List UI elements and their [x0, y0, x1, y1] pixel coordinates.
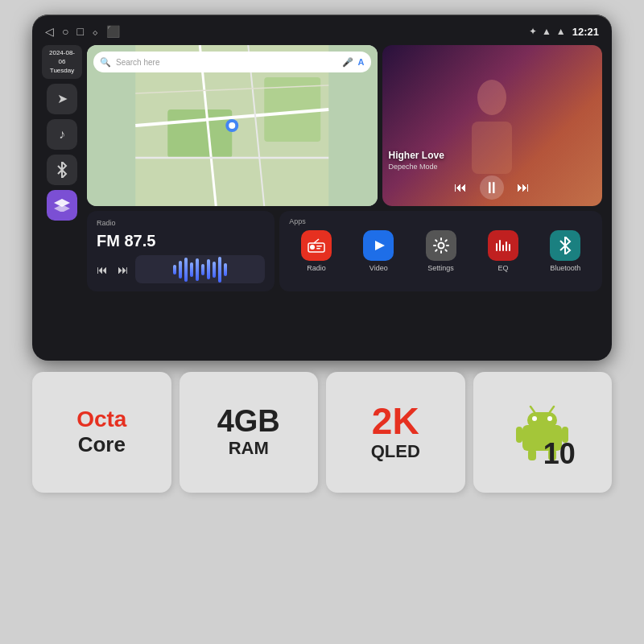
app-eq[interactable]: EQ: [488, 230, 518, 272]
signal-icon: ▲: [556, 26, 566, 37]
app-settings[interactable]: Settings: [426, 230, 456, 272]
music-next[interactable]: ⏭: [517, 180, 530, 195]
spec-4gb-ram: 4GB RAM: [180, 372, 319, 493]
svg-rect-24: [506, 242, 507, 251]
svg-line-31: [550, 407, 554, 412]
spec-qled-sub: QLED: [371, 441, 420, 462]
app-video[interactable]: Video: [363, 230, 394, 272]
music-controls: ⏮ ⏸ ⏭: [389, 175, 597, 200]
svg-rect-34: [528, 449, 536, 460]
screen-content: 🔍 Search here 🎤 A: [87, 45, 602, 353]
music-play[interactable]: ⏸: [480, 175, 504, 200]
svg-rect-23: [502, 245, 504, 251]
main-screen: 2024-08-06 Tuesday ➤ ♪: [42, 45, 602, 353]
app-label-settings: Settings: [427, 264, 454, 272]
back-icon[interactable]: ◁: [45, 25, 54, 38]
date-value: 2024-08-06: [47, 48, 77, 66]
bottom-row: Radio FM 87.5 ⏮ ⏭: [87, 211, 602, 291]
music-prev[interactable]: ⏮: [454, 180, 467, 195]
svg-rect-17: [316, 248, 320, 250]
sidebar: 2024-08-06 Tuesday ➤ ♪: [42, 45, 82, 353]
spec-ram-sub: RAM: [229, 438, 269, 459]
svg-rect-21: [496, 243, 497, 251]
day-name: Tuesday: [47, 66, 77, 75]
app-bluetooth[interactable]: Bluetooth: [550, 230, 580, 272]
spec-qled-main: 2K: [372, 402, 419, 440]
radio-next[interactable]: ⏭: [118, 263, 129, 276]
specs-row: Octa Core 4GB RAM 2K QLED: [32, 372, 612, 493]
status-right: ✦ ▲ ▲ 12:21: [529, 26, 599, 38]
radio-waveform: [135, 255, 265, 283]
svg-point-29: [547, 416, 552, 421]
android-version: 10: [543, 437, 576, 471]
recent-icon[interactable]: □: [76, 25, 83, 38]
usb-icon: ⬦: [92, 25, 98, 38]
spec-android: 10: [473, 372, 613, 493]
map-search-icon: 🔍: [100, 57, 111, 68]
svg-point-15: [310, 245, 315, 250]
top-row: 🔍 Search here 🎤 A: [87, 45, 602, 206]
music-overlay: Higher Love Depeche Mode ⏮ ⏸ ⏭: [389, 150, 597, 200]
app-label-video: Video: [369, 264, 388, 272]
app-icon-video: [363, 230, 394, 261]
head-unit-bezel: ◁ ○ □ ⬦ ⬛ ✦ ▲ ▲ 12:21 2024-0: [32, 14, 612, 361]
radio-controls: ⏮ ⏭: [97, 263, 129, 276]
map-search-bar[interactable]: 🔍 Search here 🎤 A: [93, 52, 371, 72]
app-icon-settings: [426, 230, 456, 261]
radio-prev[interactable]: ⏮: [97, 263, 108, 276]
apps-label: Apps: [289, 217, 592, 225]
svg-rect-22: [499, 240, 501, 251]
spec-ram-main: 4GB: [217, 406, 280, 436]
bluetooth-button[interactable]: [47, 155, 77, 185]
status-icons: ✦ ▲ ▲: [529, 26, 566, 37]
svg-marker-19: [375, 241, 385, 250]
app-icon-bluetooth: [550, 230, 580, 261]
svg-line-30: [530, 407, 535, 412]
send-button[interactable]: ➤: [47, 84, 77, 114]
map-search-placeholder: Search here: [116, 58, 159, 67]
apps-panel: Apps: [279, 211, 602, 291]
screen-icon: ⬛: [106, 25, 120, 38]
svg-point-28: [532, 416, 537, 421]
app-label-eq: EQ: [497, 264, 508, 272]
svg-rect-32: [516, 427, 522, 443]
app-icon-eq: [488, 230, 518, 261]
bluetooth-status-icon: ✦: [529, 26, 537, 37]
svg-point-12: [477, 80, 506, 115]
music-button[interactable]: ♪: [47, 119, 77, 150]
apps-grid: Radio Video: [289, 230, 592, 272]
nav-icons: ◁ ○ □ ⬦ ⬛: [45, 25, 120, 38]
date-box: 2024-08-06 Tuesday: [42, 45, 82, 79]
maps-a-icon: A: [358, 57, 365, 67]
home-icon[interactable]: ○: [62, 25, 68, 38]
radio-panel: Radio FM 87.5 ⏮ ⏭: [87, 211, 275, 291]
app-label-bluetooth: Bluetooth: [550, 264, 580, 272]
status-bar: ◁ ○ □ ⬦ ⬛ ✦ ▲ ▲ 12:21: [42, 23, 602, 40]
date-text: 2024-08-06 Tuesday: [47, 48, 77, 76]
mic-icon[interactable]: 🎤: [342, 57, 353, 68]
svg-marker-1: [54, 204, 70, 212]
svg-rect-25: [509, 244, 510, 251]
svg-rect-27: [527, 412, 557, 428]
product-card: ◁ ○ □ ⬦ ⬛ ✦ ▲ ▲ 12:21 2024-0: [0, 0, 644, 644]
music-artist: Depeche Mode: [389, 163, 597, 171]
spec-octa-core: Octa Core: [32, 372, 171, 493]
svg-point-20: [438, 243, 444, 249]
svg-point-11: [229, 122, 235, 129]
map-panel[interactable]: 🔍 Search here 🎤 A: [87, 45, 378, 206]
layers-button[interactable]: [47, 190, 77, 221]
spec-octa-sub: Core: [78, 432, 126, 457]
spec-2k-qled: 2K QLED: [326, 372, 465, 493]
clock: 12:21: [572, 26, 599, 38]
music-panel: Higher Love Depeche Mode ⏮ ⏸ ⏭: [382, 45, 603, 206]
wifi-icon: ▲: [542, 26, 551, 37]
app-icon-radio: [301, 230, 332, 261]
svg-rect-16: [316, 246, 322, 247]
spec-octa-main: Octa: [76, 408, 126, 431]
app-radio[interactable]: Radio: [301, 230, 332, 272]
app-label-radio: Radio: [307, 264, 326, 272]
music-title: Higher Love: [389, 150, 597, 161]
radio-label: Radio: [97, 219, 265, 227]
radio-frequency: FM 87.5: [97, 232, 265, 250]
